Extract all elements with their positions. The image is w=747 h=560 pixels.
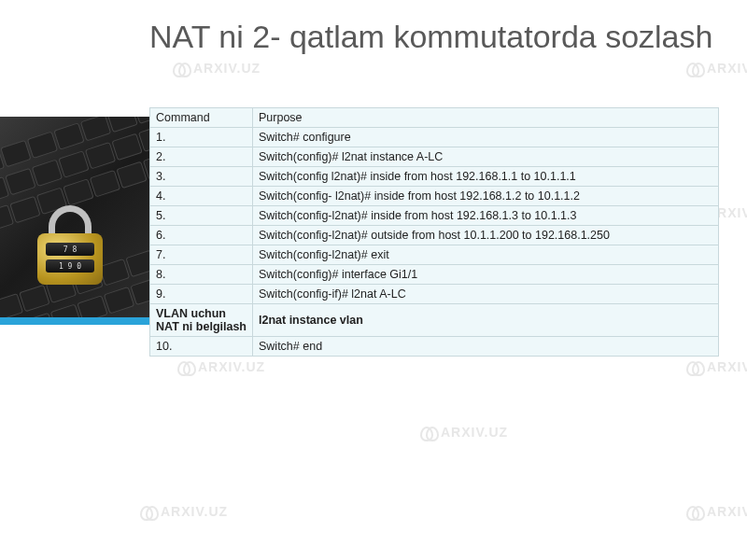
cell-step: 3. — [150, 167, 253, 187]
sidebar-illustration: 7 8 1 9 0 — [0, 117, 149, 317]
table-row: 6. Switch(config-l2nat)# outside from ho… — [150, 226, 719, 245]
table-row: 8. Switch(config)# interface Gi1/1 — [150, 265, 719, 285]
cell-vlan-command: l2nat instance vlan — [253, 304, 719, 337]
table-row: 9. Switch(config-if)# l2nat A-LC — [150, 285, 719, 304]
cell-command: Switch# end — [253, 337, 719, 357]
watermark: ARXIV.UZ — [140, 504, 228, 519]
cell-command: Switch(config)# l2nat instance A-LC — [253, 147, 719, 167]
watermark: ARXIV.UZ — [420, 425, 508, 440]
cell-command: Switch(config-l2nat)# exit — [253, 245, 719, 265]
table-row: 3. Switch(config l2nat)# inside from hos… — [150, 167, 719, 187]
cell-command: Switch(config-l2nat)# inside from host 1… — [253, 206, 719, 226]
table-row: 10. Switch# end — [150, 337, 719, 357]
table-header-row: Command Purpose — [150, 108, 719, 128]
cell-step: 5. — [150, 206, 253, 226]
watermark: ARXIV.UZ — [686, 359, 747, 374]
cell-step: 10. — [150, 337, 253, 357]
cell-command: Switch# configure — [253, 128, 719, 147]
table-row: 4. Switch(config- l2nat)# inside from ho… — [150, 187, 719, 206]
table-row: 7. Switch(config-l2nat)# exit — [150, 245, 719, 265]
header-purpose: Purpose — [253, 108, 719, 128]
page-title: NAT ni 2- qatlam kommutatorda sozlash — [149, 17, 712, 57]
cell-step: 2. — [150, 147, 253, 167]
table-row: 2. Switch(config)# l2nat instance A-LC — [150, 147, 719, 167]
table-row-vlan: VLAN uchun NAT ni belgilash l2nat instan… — [150, 304, 719, 337]
cell-command: Switch(config l2nat)# inside from host 1… — [253, 167, 719, 187]
watermark: ARXIV.UZ — [177, 359, 265, 374]
cell-step: 9. — [150, 285, 253, 304]
cell-vlan-label: VLAN uchun NAT ni belgilash — [150, 304, 253, 337]
watermark: ARXIV.UZ — [686, 61, 747, 76]
accent-bar — [0, 317, 154, 325]
cell-step: 1. — [150, 128, 253, 147]
command-table: Command Purpose 1. Switch# configure 2. … — [149, 107, 719, 357]
watermark: ARXIV.UZ — [173, 61, 261, 76]
header-command: Command — [150, 108, 253, 128]
combo-row-2: 1 9 0 — [46, 259, 94, 273]
cell-step: 8. — [150, 265, 253, 285]
table-row: 5. Switch(config-l2nat)# inside from hos… — [150, 206, 719, 226]
cell-command: Switch(config-if)# l2nat A-LC — [253, 285, 719, 304]
cell-command: Switch(config- l2nat)# inside from host … — [253, 187, 719, 206]
cell-step: 4. — [150, 187, 253, 206]
cell-command: Switch(config)# interface Gi1/1 — [253, 265, 719, 285]
cell-step: 7. — [150, 245, 253, 265]
cell-command: Switch(config-l2nat)# outside from host … — [253, 226, 719, 245]
table-row: 1. Switch# configure — [150, 128, 719, 147]
lock-icon: 7 8 1 9 0 — [37, 205, 103, 285]
cell-step: 6. — [150, 226, 253, 245]
combo-row-1: 7 8 — [46, 243, 94, 256]
watermark: ARXIV.UZ — [686, 504, 747, 519]
